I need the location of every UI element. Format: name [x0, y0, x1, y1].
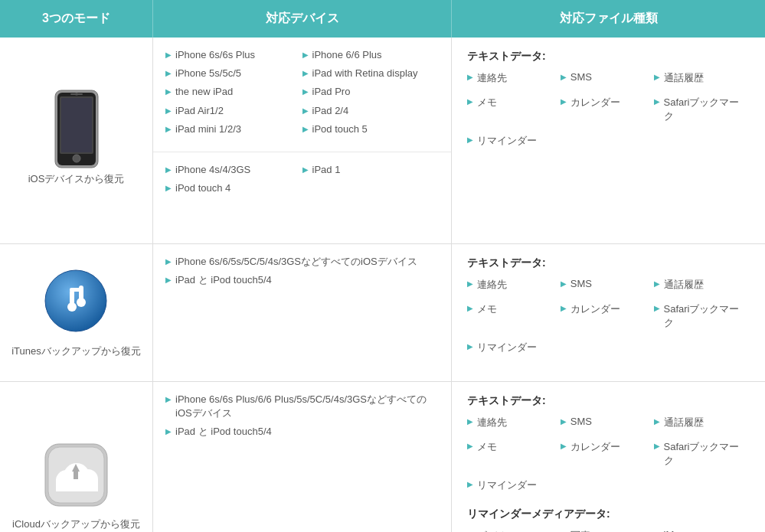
svg-rect-18: [56, 479, 98, 491]
list-item: ▶iPhone 5s/5c/5: [165, 67, 302, 80]
device-cell-itunes: ▶iPhone 6s/6/5s/5C/5/4s/3GSなどすべてのiOSデバイス…: [153, 244, 452, 381]
svg-rect-20: [74, 470, 78, 479]
svg-rect-3: [61, 98, 92, 152]
list-item: ▶iPod touch 5: [302, 122, 440, 136]
mode-cell-ios: iOSデバイスから復元: [0, 38, 153, 243]
row-icloud: iCloudバックアップから復元 ▶iPhone 6s/6s Plus/6/6 …: [0, 382, 765, 532]
list-item: ▶iPad Air1/2: [165, 104, 302, 118]
list-item: ▶iPad mini 1/2/3: [165, 122, 302, 136]
device-section-itunes-1: ▶iPhone 6s/6/5s/5C/5/4s/3GSなどすべてのiOSデバイス…: [153, 244, 451, 302]
filetype-title-icloud: テキストデータ:: [467, 394, 750, 408]
svg-rect-10: [70, 288, 83, 292]
device-cell-icloud: ▶iPhone 6s/6s Plus/6/6 Plus/5s/5C/5/4s/3…: [153, 382, 452, 532]
header-mode: 3つのモード: [0, 0, 153, 38]
device-section-ios-2: ▶iPhone 4s/4/3GS ▶iPod touch 4 ▶iPad 1: [153, 152, 451, 211]
mode-cell-itunes: iTunesバックアップから復元: [0, 244, 153, 381]
itunes-icon: [42, 267, 111, 336]
list-item: ▶iPad と iPod touch5/4: [165, 425, 439, 439]
svg-point-7: [45, 270, 106, 331]
ios-device-icon: [42, 95, 111, 164]
icloud-icon: [42, 440, 111, 509]
device-section-icloud-1: ▶iPhone 6s/6s Plus/6/6 Plus/5s/5C/5/4s/3…: [153, 382, 451, 455]
row-ios: iOSデバイスから復元 ▶iPhone 6s/6s Plus ▶iPhone 5…: [0, 38, 765, 244]
header-filetype: 対応ファイル種類: [452, 0, 765, 38]
filetype-title-ios: テキストデータ:: [467, 50, 750, 64]
row-itunes: iTunesバックアップから復元 ▶iPhone 6s/6/5s/5C/5/4s…: [0, 244, 765, 382]
list-item: ▶the new iPad: [165, 85, 302, 99]
filetype-cell-ios: テキストデータ: ▶連絡先 ▶SMS ▶通話履歴 ▶メモ ▶カレンダー ▶Saf…: [452, 38, 765, 243]
list-item: ▶iPhone 6s/6s Plus: [165, 48, 302, 62]
list-item: ▶iPod touch 4: [165, 181, 302, 195]
filetype-title-itunes: テキストデータ:: [467, 256, 750, 270]
header-device: 対応デバイス: [153, 0, 452, 38]
device-cell-ios: ▶iPhone 6s/6s Plus ▶iPhone 5s/5c/5 ▶the …: [153, 38, 452, 243]
list-item: ▶iPad と iPod touch5/4: [165, 273, 439, 287]
list-item: ▶iPad 2/4: [302, 104, 440, 118]
svg-point-4: [73, 155, 80, 162]
list-item: ▶iPhone 4s/4/3GS: [165, 163, 302, 177]
list-item: ▶iPad Pro: [302, 85, 440, 99]
list-item: ▶iPhone 6/6 Plus: [302, 48, 440, 62]
svg-point-11: [67, 302, 77, 312]
table-header: 3つのモード 対応デバイス 対応ファイル種類: [0, 0, 765, 38]
filetype-cell-icloud: テキストデータ: ▶連絡先 ▶SMS ▶通話履歴 ▶メモ ▶カレンダー ▶Saf…: [452, 382, 765, 532]
device-section-ios-1: ▶iPhone 6s/6s Plus ▶iPhone 5s/5c/5 ▶the …: [153, 38, 451, 152]
list-item: ▶iPhone 6s/6/5s/5C/5/4s/3GSなどすべてのiOSデバイス: [165, 255, 439, 269]
filetype-cell-itunes: テキストデータ: ▶連絡先 ▶SMS ▶通話履歴 ▶メモ ▶カレンダー ▶Saf…: [452, 244, 765, 381]
list-item: ▶iPad with Retina display: [302, 67, 440, 80]
svg-rect-6: [70, 93, 83, 95]
svg-point-12: [77, 298, 86, 307]
list-item: ▶iPad 1: [302, 163, 440, 177]
mode-cell-icloud: iCloudバックアップから復元: [0, 382, 153, 532]
filetype-title2-icloud: リマインダーメディアデータ:: [467, 508, 750, 521]
ios-mode-label: iOSデバイスから復元: [28, 171, 125, 187]
icloud-mode-label: iCloudバックアップから復元: [12, 517, 140, 532]
itunes-mode-label: iTunesバックアップから復元: [11, 344, 141, 359]
list-item: ▶iPhone 6s/6s Plus/6/6 Plus/5s/5C/5/4s/3…: [165, 393, 439, 420]
